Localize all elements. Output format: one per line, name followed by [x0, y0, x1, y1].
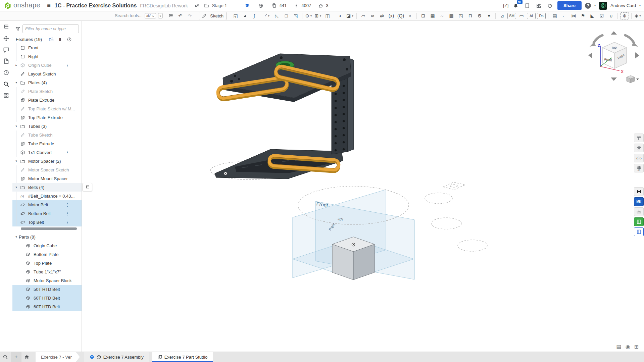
part-list-row[interactable]: Top Plate ⋮ [12, 259, 82, 267]
bottom-plate-part[interactable] [215, 149, 343, 179]
fs-robot-icon[interactable]: ▦ ▼ [429, 12, 437, 20]
view-menu-cube-icon[interactable] [627, 75, 635, 83]
add-tab-button[interactable]: + [11, 352, 21, 362]
tab-versions[interactable]: Exercise 7 - Ver [36, 352, 80, 362]
sheet-metal-button[interactable]: SM ▼ [507, 13, 516, 19]
pipe-icon[interactable]: ⌐ ▼ [560, 12, 568, 20]
lookup-table-icon[interactable]: (Q) ▼ [397, 12, 405, 20]
extrude-icon[interactable]: ◱ ▼ [232, 12, 240, 20]
expand-arrow-icon[interactable]: ▸ [14, 63, 19, 67]
helix-icon[interactable]: ∞ ▼ [368, 12, 377, 20]
feature-tree-row[interactable]: 1x1 Convert ⋮ [12, 148, 82, 157]
feature-tree-row[interactable]: ▾ Plates (4) ⋮ [12, 78, 82, 87]
variables-panel-icon[interactable] [634, 164, 644, 172]
filter-funnel-icon[interactable] [15, 26, 20, 32]
parts-expand-arrow-icon[interactable]: ▾ [14, 235, 19, 239]
curve-icon[interactable]: ∼ ▼ [438, 12, 446, 20]
workspace-name[interactable]: Stage 1 [212, 3, 227, 8]
insert-panel-icon[interactable] [3, 35, 10, 42]
blue-book-app-icon[interactable] [634, 227, 644, 236]
plane-icon[interactable]: ▱ ▼ [359, 12, 367, 20]
appearance-icon[interactable]: ◳ ▼ [457, 12, 465, 20]
features-scrollbar[interactable] [21, 227, 77, 230]
rollback-timer-icon[interactable] [66, 37, 72, 42]
search-tools-placeholder[interactable]: Search tools... [115, 13, 143, 18]
appearance-panel-icon[interactable] [634, 134, 644, 142]
public-globe-icon[interactable] [257, 2, 265, 10]
view-arrow-down[interactable] [611, 77, 617, 81]
apps-grid-icon[interactable] [535, 2, 543, 10]
expand-arrow-icon[interactable]: ▾ [14, 186, 19, 189]
part-list-row[interactable]: Motor Spacer Block ⋮ [12, 276, 82, 285]
copies-stat[interactable]: 441 [270, 2, 287, 10]
view-rotate-right-arc[interactable] [624, 35, 634, 44]
part-list-row[interactable]: 60T HTD Belt ⋮ [12, 302, 82, 311]
parts-header-row[interactable]: ▾ Parts (8) [12, 232, 82, 241]
viewport-canvas[interactable]: Front Top Right [0, 20, 644, 352]
feature-tree-row[interactable]: Plate Sketch ⋮ [12, 87, 82, 96]
feature-tree-row[interactable]: Top Belt ⋮ [12, 218, 82, 226]
feature-tree-row[interactable]: Plate Extrude ⋮ [12, 96, 82, 104]
plotter-icon[interactable]: ▤ [616, 344, 622, 350]
transform-icon[interactable]: ⇄ ▼ [378, 12, 386, 20]
notes-panel-icon[interactable] [3, 58, 10, 65]
mirror-icon[interactable]: ◫ ▼ [324, 12, 332, 20]
revolve-icon[interactable]: ◕ ▼ [241, 12, 249, 20]
pattern-icon[interactable]: ⊞ ▼ [314, 12, 322, 20]
feature-tree-row[interactable]: Tube Sketch ⋮ [12, 131, 82, 139]
feature-tree-row[interactable]: Right ⋮ [12, 52, 82, 61]
featurescript-panel-icon[interactable] [634, 154, 644, 162]
origin-point-marker[interactable] [352, 243, 355, 246]
block-icon[interactable]: ⊞ [634, 344, 639, 350]
drawing-standard-button[interactable]: Ds ▼ [537, 13, 546, 19]
weld-icon[interactable]: ⋈ ▼ [569, 12, 578, 20]
avatar[interactable] [599, 2, 607, 10]
feature-tree-row[interactable]: Bottom Belt ⋮ [12, 209, 82, 218]
shell-icon[interactable]: □ ▼ [282, 12, 290, 20]
feature-tree-row[interactable]: ▾ Motor Spacer (2) ⋮ [12, 157, 82, 165]
kebab-menu-icon[interactable]: ⋮ [65, 211, 69, 216]
filter-input[interactable] [22, 24, 79, 33]
fs-editor-icon[interactable]: ▩ ▼ [447, 12, 455, 20]
featurescript-check-icon[interactable]: {✓} [503, 3, 508, 8]
view-rotate-left-arc[interactable] [593, 35, 603, 44]
feature-tree-row[interactable]: Front ⋮ [12, 43, 82, 52]
learning-center-icon[interactable] [546, 2, 554, 10]
feature-tree-row[interactable]: Top Plate Extrude ⋮ [12, 113, 82, 122]
onshape-logo[interactable]: onshape [0, 2, 44, 9]
sweep-icon[interactable]: ∫ ▼ [250, 12, 258, 20]
link-icon[interactable] [193, 2, 201, 10]
flatten-icon[interactable]: ▭ ▼ [517, 12, 526, 20]
pause-updates-icon[interactable]: ‖ [57, 37, 63, 42]
feature-list-toggle-icon[interactable]: ▼ [167, 12, 175, 20]
tasks-checklist-icon[interactable] [523, 2, 531, 10]
variable-icon[interactable]: (x) ▼ [387, 12, 395, 20]
chamfer-icon[interactable]: ◺ ▼ [273, 12, 281, 20]
likes-stat[interactable]: 3 [316, 2, 328, 10]
home-tab-icon[interactable] [21, 352, 32, 362]
overflow-caret-icon[interactable]: ▾ ▼ [485, 12, 493, 20]
history-panel-icon[interactable] [3, 69, 10, 76]
search-tabs-icon[interactable] [0, 352, 11, 362]
notifications-bell-icon[interactable]: 9+ [512, 2, 520, 10]
draft-icon[interactable]: ◹ ▼ [292, 12, 300, 20]
follows-stat[interactable]: 4007 [292, 2, 311, 10]
feature-tree-row[interactable]: ▾ Belts (4) ⋮ [12, 183, 82, 192]
tab-part-studio[interactable]: Exercise 7 Part Studio [152, 352, 213, 362]
expand-arrow-icon[interactable]: ▾ [14, 124, 19, 128]
toolbar-search[interactable]: Search tools... alt/⌥ c [115, 13, 166, 18]
butterfly-app-icon[interactable] [634, 187, 644, 196]
hole-icon[interactable]: ⊙ ▼ [305, 12, 313, 20]
kebab-menu-icon[interactable]: ⋮ [65, 202, 69, 207]
feature-tree-row[interactable]: Top Plate Sketch w/ M... ⋮ [12, 104, 82, 113]
part-list-row[interactable]: Origin Cube ⋮ [12, 241, 82, 250]
robot-app-icon[interactable] [634, 207, 644, 216]
ai-button[interactable]: Ai ▼ [527, 13, 536, 19]
set-square-icon[interactable]: ⊿ ▼ [498, 12, 506, 20]
workspace-breadcrumb[interactable]: Stage 1 [193, 2, 227, 10]
features-panel-icon[interactable] [3, 24, 10, 31]
create-folder-icon[interactable] [48, 37, 54, 42]
split-icon[interactable]: ◪ ▼ [346, 12, 354, 20]
user-menu-caret-icon[interactable]: ▾ [639, 4, 641, 7]
boolean-icon[interactable]: ◐ ▼ [337, 12, 345, 20]
